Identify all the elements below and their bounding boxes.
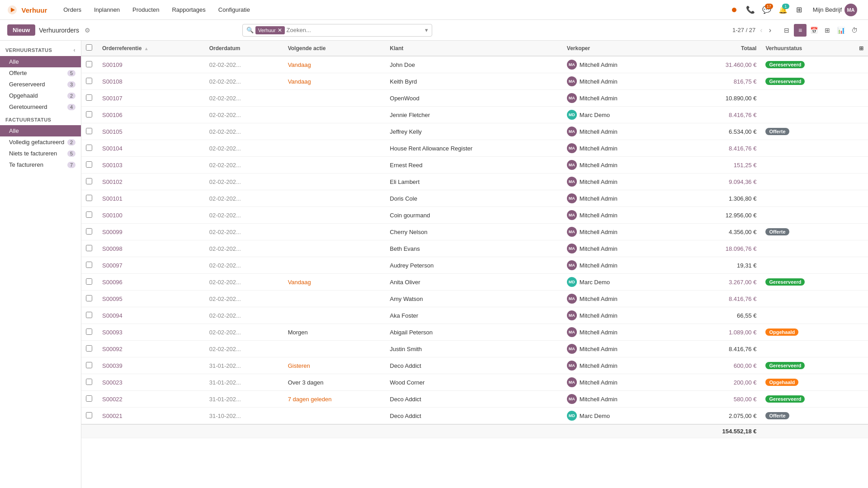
row-checkbox[interactable] bbox=[86, 211, 92, 218]
search-input[interactable] bbox=[287, 27, 423, 33]
order-client[interactable]: Beth Evans bbox=[385, 240, 562, 257]
row-checkbox[interactable] bbox=[86, 295, 92, 301]
col-orderdatum[interactable]: Orderdatum bbox=[205, 41, 283, 56]
row-checkbox[interactable] bbox=[86, 161, 92, 168]
row-checkbox[interactable] bbox=[86, 245, 92, 251]
order-client[interactable]: Jeffrey Kelly bbox=[385, 123, 562, 140]
order-client[interactable]: Aka Foster bbox=[385, 307, 562, 324]
search-dropdown-icon[interactable]: ▾ bbox=[425, 27, 428, 33]
pagination-prev[interactable]: ‹ bbox=[758, 25, 764, 35]
table-row[interactable]: S0010102-02-202...Doris ColeMAMitchell A… bbox=[81, 190, 868, 207]
row-checkbox[interactable] bbox=[86, 195, 92, 201]
col-extra[interactable]: ⊞ bbox=[854, 41, 868, 56]
table-row[interactable]: S0010402-02-202...House Rent Allowance R… bbox=[81, 140, 868, 157]
order-ref[interactable]: S00094 bbox=[98, 307, 205, 324]
filter-tag-close[interactable]: ✕ bbox=[278, 27, 282, 33]
order-client[interactable]: Amy Watson bbox=[385, 291, 562, 307]
table-row[interactable]: S0010302-02-202...Ernest ReedMAMitchell … bbox=[81, 157, 868, 174]
table-row[interactable]: S0009502-02-202...Amy WatsonMAMitchell A… bbox=[81, 291, 868, 307]
row-checkbox[interactable] bbox=[86, 128, 92, 134]
order-ref[interactable]: S00109 bbox=[98, 56, 205, 73]
row-checkbox[interactable] bbox=[86, 328, 92, 335]
row-checkbox[interactable] bbox=[86, 94, 92, 101]
view-calendar[interactable]: 📅 bbox=[807, 24, 820, 37]
order-ref[interactable]: S00103 bbox=[98, 157, 205, 174]
table-row[interactable]: S0010602-02-202...Jennie FletcherMDMarc … bbox=[81, 107, 868, 123]
row-checkbox[interactable] bbox=[86, 228, 92, 235]
table-row[interactable]: S0009402-02-202...Aka FosterMAMitchell A… bbox=[81, 307, 868, 324]
table-row[interactable]: S0002231-01-202...7 dagen geledenDeco Ad… bbox=[81, 391, 868, 408]
verhuur-collapse-icon[interactable]: ‹ bbox=[74, 47, 76, 53]
sidebar-item-volledig[interactable]: Volledig gefactureerd 2 bbox=[0, 136, 81, 148]
sidebar-item-opgehaald[interactable]: Opgehaald 2 bbox=[0, 90, 81, 101]
sidebar-item-gereserveerd[interactable]: Gereserveerd 3 bbox=[0, 79, 81, 90]
sidebar-item-verhuur-alle[interactable]: Alle bbox=[0, 56, 81, 67]
row-checkbox[interactable] bbox=[86, 379, 92, 385]
order-client[interactable]: Doris Cole bbox=[385, 190, 562, 207]
pagination-next[interactable]: › bbox=[767, 25, 773, 35]
new-button[interactable]: Nieuw bbox=[7, 24, 35, 36]
nav-rapportages[interactable]: Rapportages bbox=[166, 5, 211, 15]
row-checkbox[interactable] bbox=[86, 262, 92, 268]
order-client[interactable]: Ernest Reed bbox=[385, 157, 562, 174]
order-ref[interactable]: S00092 bbox=[98, 341, 205, 357]
table-row[interactable]: S0002131-10-202...Deco AddictMDMarc Demo… bbox=[81, 408, 868, 425]
order-ref[interactable]: S00023 bbox=[98, 374, 205, 391]
table-row[interactable]: S0009202-02-202...Justin SmithMAMitchell… bbox=[81, 341, 868, 357]
app-logo[interactable]: Verhuur bbox=[7, 5, 47, 15]
user-menu[interactable]: Mijn Bedrijf MA bbox=[809, 2, 861, 18]
sidebar-item-offerte[interactable]: Offerte 5 bbox=[0, 67, 81, 79]
order-client[interactable]: OpenWood bbox=[385, 90, 562, 107]
row-checkbox[interactable] bbox=[86, 345, 92, 352]
view-list[interactable]: ≡ bbox=[794, 24, 807, 37]
col-orderreferentie[interactable]: Orderreferentie ▲ bbox=[98, 41, 205, 56]
table-row[interactable]: S0010002-02-202...Coin gourmandMAMitchel… bbox=[81, 207, 868, 224]
order-ref[interactable]: S00105 bbox=[98, 123, 205, 140]
row-checkbox[interactable] bbox=[86, 111, 92, 117]
order-client[interactable]: Deco Addict bbox=[385, 408, 562, 425]
order-client[interactable]: Anita Oliver bbox=[385, 274, 562, 291]
order-client[interactable]: Coin gourmand bbox=[385, 207, 562, 224]
select-all-checkbox[interactable] bbox=[86, 44, 92, 51]
table-row[interactable]: S0009602-02-202...VandaagAnita OliverMDM… bbox=[81, 274, 868, 291]
table-row[interactable]: S0010202-02-202...Eli LambertMAMitchell … bbox=[81, 174, 868, 190]
sidebar-item-te-factureren[interactable]: Te factureren 7 bbox=[0, 159, 81, 170]
order-ref[interactable]: S00098 bbox=[98, 240, 205, 257]
row-checkbox[interactable] bbox=[86, 78, 92, 84]
order-ref[interactable]: S00099 bbox=[98, 224, 205, 240]
phone-icon[interactable]: 📞 bbox=[744, 4, 757, 16]
row-checkbox[interactable] bbox=[86, 61, 92, 67]
settings-icon[interactable]: ⚙ bbox=[85, 27, 90, 34]
row-checkbox[interactable] bbox=[86, 178, 92, 184]
table-row[interactable]: S0009902-02-202...Cherry NelsonMAMitchel… bbox=[81, 224, 868, 240]
row-checkbox[interactable] bbox=[86, 278, 92, 285]
order-ref[interactable]: S00097 bbox=[98, 257, 205, 274]
order-client[interactable]: Abigail Peterson bbox=[385, 324, 562, 341]
order-ref[interactable]: S00100 bbox=[98, 207, 205, 224]
sidebar-item-factuur-alle[interactable]: Alle bbox=[0, 125, 81, 136]
grid-icon[interactable]: ⊞ bbox=[793, 4, 806, 16]
order-client[interactable]: Justin Smith bbox=[385, 341, 562, 357]
order-client[interactable]: Keith Byrd bbox=[385, 73, 562, 90]
table-row[interactable]: S0010502-02-202...Jeffrey KellyMAMitchel… bbox=[81, 123, 868, 140]
activity-icon[interactable]: 🔔 1 bbox=[777, 4, 789, 16]
order-ref[interactable]: S00104 bbox=[98, 140, 205, 157]
row-checkbox[interactable] bbox=[86, 145, 92, 151]
sidebar-item-niets[interactable]: Niets te factureren 5 bbox=[0, 148, 81, 159]
sidebar-item-geretourneerd[interactable]: Geretourneerd 4 bbox=[0, 101, 81, 113]
table-row[interactable]: S0010702-02-202...OpenWoodMAMitchell Adm… bbox=[81, 90, 868, 107]
table-row[interactable]: S0009802-02-202...Beth EvansMAMitchell A… bbox=[81, 240, 868, 257]
table-row[interactable]: S0009302-02-202...MorgenAbigail Peterson… bbox=[81, 324, 868, 341]
order-client[interactable]: Deco Addict bbox=[385, 357, 562, 374]
table-row[interactable]: S0003931-01-202...GisterenDeco AddictMAM… bbox=[81, 357, 868, 374]
row-checkbox[interactable] bbox=[86, 395, 92, 402]
view-list-alt[interactable]: ⊟ bbox=[780, 24, 793, 37]
order-client[interactable]: Cherry Nelson bbox=[385, 224, 562, 240]
view-chart[interactable]: 📊 bbox=[835, 24, 847, 37]
order-ref[interactable]: S00108 bbox=[98, 73, 205, 90]
view-activity[interactable]: ⏱ bbox=[848, 24, 861, 37]
col-verhuurstatus[interactable]: Verhuurstatus bbox=[761, 41, 854, 56]
order-client[interactable]: Wood Corner bbox=[385, 374, 562, 391]
chat-icon[interactable]: 💬 17 bbox=[760, 4, 773, 16]
order-ref[interactable]: S00107 bbox=[98, 90, 205, 107]
